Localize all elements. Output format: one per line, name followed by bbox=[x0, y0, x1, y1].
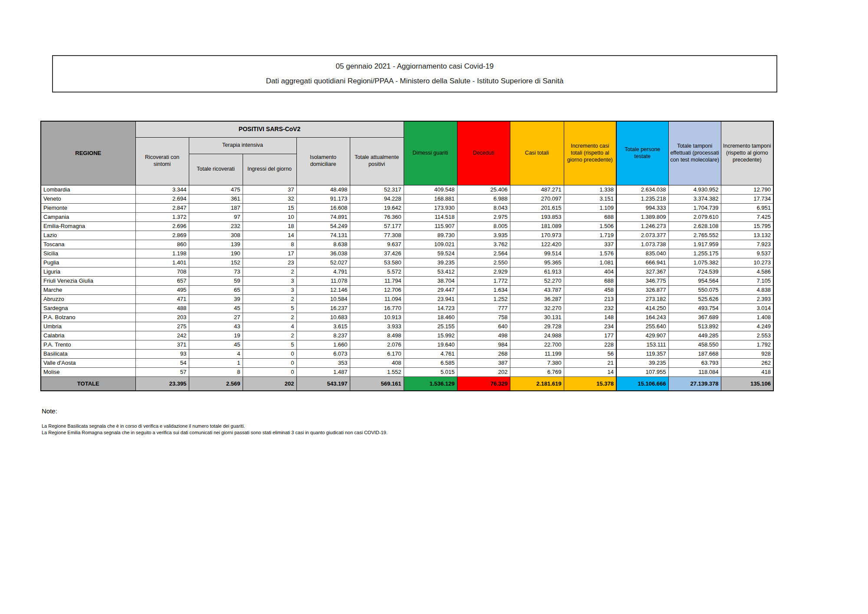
value-cell: 2 bbox=[243, 294, 296, 304]
value-cell: 168.881 bbox=[404, 194, 457, 203]
value-cell: 25.155 bbox=[404, 322, 457, 331]
totale-value-cell: 135.106 bbox=[721, 376, 773, 391]
value-cell: 11.199 bbox=[510, 349, 564, 358]
totale-value-cell: 76.329 bbox=[457, 376, 510, 391]
value-cell: 17 bbox=[243, 249, 296, 258]
value-cell: 14.723 bbox=[404, 304, 457, 313]
table-row: Abruzzo47139210.58411.09423.9411.25236.2… bbox=[41, 294, 773, 304]
value-cell: 409.548 bbox=[404, 185, 457, 194]
value-cell: 1 bbox=[189, 358, 243, 367]
value-cell: 758 bbox=[457, 313, 510, 322]
value-cell: 11.794 bbox=[350, 276, 404, 285]
value-cell: 10.913 bbox=[350, 313, 404, 322]
value-cell: 89.730 bbox=[404, 231, 457, 240]
value-cell: 275 bbox=[135, 322, 189, 331]
value-cell: 2.696 bbox=[135, 221, 189, 231]
region-cell: Friuli Venezia Giulia bbox=[41, 276, 135, 285]
value-cell: 36.287 bbox=[510, 294, 564, 304]
value-cell: 22.700 bbox=[510, 340, 564, 349]
header-totale-ricoverati: Totale ricoverati bbox=[189, 154, 243, 185]
value-cell: 346.775 bbox=[616, 276, 668, 285]
table-row: Veneto2.6943613291.17394.228168.8816.988… bbox=[41, 194, 773, 203]
value-cell: 367.689 bbox=[668, 313, 721, 322]
value-cell: 2.869 bbox=[135, 231, 189, 240]
value-cell: 1.704.739 bbox=[668, 203, 721, 212]
value-cell: 43 bbox=[189, 322, 243, 331]
value-cell: 242 bbox=[135, 331, 189, 340]
value-cell: 164.243 bbox=[616, 313, 668, 322]
value-cell: 19.640 bbox=[404, 340, 457, 349]
covid-data-table: REGIONE POSITIVI SARS-CoV2 Dimessi guari… bbox=[40, 121, 774, 391]
value-cell: 387 bbox=[457, 358, 510, 367]
value-cell: 640 bbox=[457, 322, 510, 331]
value-cell: 65 bbox=[189, 285, 243, 294]
value-cell: 27 bbox=[189, 313, 243, 322]
region-cell: Lombardia bbox=[41, 185, 135, 194]
value-cell: 73 bbox=[189, 267, 243, 276]
value-cell: 232 bbox=[189, 221, 243, 231]
value-cell: 59.524 bbox=[404, 249, 457, 258]
value-cell: 2.847 bbox=[135, 203, 189, 212]
value-cell: 928 bbox=[721, 349, 773, 358]
value-cell: 475 bbox=[189, 185, 243, 194]
value-cell: 1.634 bbox=[457, 285, 510, 294]
value-cell: 1.917.959 bbox=[668, 240, 721, 249]
region-cell: Sardegna bbox=[41, 304, 135, 313]
value-cell: 99.514 bbox=[510, 249, 564, 258]
value-cell: 495 bbox=[135, 285, 189, 294]
value-cell: 29.728 bbox=[510, 322, 564, 331]
value-cell: 835.040 bbox=[616, 249, 668, 258]
value-cell: 2.975 bbox=[457, 212, 510, 221]
value-cell: 2.765.552 bbox=[668, 231, 721, 240]
table-row: Lazio2.8693081474.13177.30889.7303.93517… bbox=[41, 231, 773, 240]
value-cell: 268 bbox=[457, 349, 510, 358]
totale-value-cell: 27.139.378 bbox=[668, 376, 721, 391]
value-cell: 308 bbox=[189, 231, 243, 240]
value-cell: 6.073 bbox=[296, 349, 350, 358]
value-cell: 458 bbox=[564, 285, 616, 294]
value-cell: 97 bbox=[189, 212, 243, 221]
value-cell: 16.608 bbox=[296, 203, 350, 212]
region-cell: Basilicata bbox=[41, 349, 135, 358]
value-cell: 45 bbox=[189, 304, 243, 313]
value-cell: 37.426 bbox=[350, 249, 404, 258]
value-cell: 4.586 bbox=[721, 267, 773, 276]
value-cell: 45 bbox=[189, 340, 243, 349]
value-cell: 170.973 bbox=[510, 231, 564, 240]
totale-row: TOTALE23.3952.569202543.197569.1611.536.… bbox=[41, 376, 773, 391]
value-cell: 1.109 bbox=[564, 203, 616, 212]
value-cell: 0 bbox=[243, 349, 296, 358]
value-cell: 5 bbox=[243, 304, 296, 313]
value-cell: 74.131 bbox=[296, 231, 350, 240]
value-cell: 1.246.273 bbox=[616, 221, 668, 231]
value-cell: 1.506 bbox=[564, 221, 616, 231]
value-cell: 327.367 bbox=[616, 267, 668, 276]
value-cell: 1.252 bbox=[457, 294, 510, 304]
value-cell: 19 bbox=[189, 331, 243, 340]
value-cell: 48.498 bbox=[296, 185, 350, 194]
value-cell: 1.081 bbox=[564, 258, 616, 267]
region-cell: Umbria bbox=[41, 322, 135, 331]
value-cell: 57 bbox=[135, 367, 189, 376]
header-terapia-intensiva-group: Terapia intensiva bbox=[189, 137, 296, 154]
value-cell: 488 bbox=[135, 304, 189, 313]
title-line-1: 05 gennaio 2021 - Aggiornamento casi Cov… bbox=[53, 62, 776, 71]
table-row: Puglia1.4011522352.02753.58039.2352.5509… bbox=[41, 258, 773, 267]
value-cell: 2.564 bbox=[457, 249, 510, 258]
value-cell: 777 bbox=[457, 304, 510, 313]
value-cell: 181.089 bbox=[510, 221, 564, 231]
value-cell: 1.719 bbox=[564, 231, 616, 240]
table-row: Toscana86013988.6389.637109.0213.762122.… bbox=[41, 240, 773, 249]
value-cell: 724.539 bbox=[668, 267, 721, 276]
table-row: Liguria7087324.7915.57253.4122.92961.913… bbox=[41, 267, 773, 276]
header-incremento-casi-totali: Incremento casi totali (rispetto al gior… bbox=[564, 121, 616, 185]
table-header: REGIONE POSITIVI SARS-CoV2 Dimessi guari… bbox=[41, 121, 773, 185]
region-cell: Marche bbox=[41, 285, 135, 294]
value-cell: 408 bbox=[350, 358, 404, 367]
header-isolamento-domiciliare: Isolamento domiciliare bbox=[296, 137, 350, 185]
value-cell: 3.762 bbox=[457, 240, 510, 249]
covid-table-wrapper: REGIONE POSITIVI SARS-CoV2 Dimessi guari… bbox=[40, 121, 774, 391]
value-cell: 74.891 bbox=[296, 212, 350, 221]
note-line: La Regione Basilicata segnala che è in c… bbox=[42, 423, 388, 429]
region-cell: Emilia-Romagna bbox=[41, 221, 135, 231]
